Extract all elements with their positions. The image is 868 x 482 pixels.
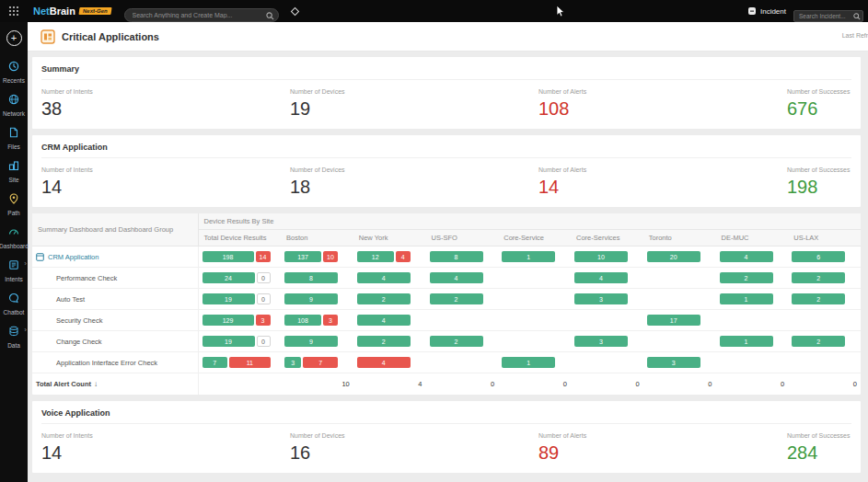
stat-label: Number of Alerts: [538, 432, 787, 439]
search-icon[interactable]: [266, 7, 274, 24]
column-header[interactable]: US-LAX: [788, 230, 861, 247]
column-header[interactable]: Core-Services: [571, 230, 643, 247]
sidebar-item-intents[interactable]: Intents›: [0, 254, 28, 287]
success-count: 8: [430, 251, 483, 262]
sidebar-item-network[interactable]: Network: [0, 88, 28, 121]
result-cell: 2: [788, 268, 861, 289]
stat: Number of Devices19: [290, 88, 538, 120]
stat-value: 38: [41, 98, 290, 120]
total-alert-count-label[interactable]: Total Alert Count↓: [32, 373, 198, 395]
result-cell: [643, 289, 716, 310]
success-count: 1: [720, 336, 773, 347]
stat-value: 676: [787, 98, 851, 120]
zero-alert-count: 0: [257, 293, 271, 304]
sidebar-item-data[interactable]: Data›: [0, 320, 28, 353]
row-name[interactable]: Performance Check: [32, 268, 198, 289]
success-count: 9: [284, 336, 338, 347]
row-name-link[interactable]: CRM Application: [32, 247, 198, 268]
stat-label: Number of Successes: [787, 88, 851, 95]
column-total: 4: [353, 373, 426, 395]
mouse-cursor: [556, 5, 566, 21]
sidebar-item-files[interactable]: Files: [0, 121, 28, 155]
stat: Number of Successes284: [787, 432, 851, 464]
result-cell: 124: [353, 247, 426, 268]
column-header[interactable]: Total Device Results: [198, 230, 281, 247]
result-bar: 9: [284, 336, 338, 347]
result-bar: 9: [284, 293, 338, 304]
sidebar-item-dashboard[interactable]: Dashboard: [0, 221, 28, 254]
result-cell: [498, 310, 571, 331]
files-icon: [8, 125, 19, 142]
column-total: 0: [498, 373, 571, 395]
result-cell: 4: [716, 247, 789, 268]
column-header[interactable]: Core-Service: [498, 230, 571, 247]
result-bar: 4: [720, 251, 773, 262]
next-gen-badge: Next-Gen: [78, 7, 111, 15]
chevron-right-icon: ›: [24, 260, 27, 268]
sidebar-items: RecentsNetworkFilesSitePathDashboardInte…: [0, 55, 28, 353]
voice-application-card: Voice ApplicationNumber of Intents14Numb…: [32, 401, 861, 473]
main-area: Critical Applications Last Refre Summary…: [28, 22, 868, 482]
result-cell: [426, 352, 499, 373]
table-row: Change Check190922312: [32, 331, 861, 352]
sidebar-item-recents[interactable]: Recents: [0, 55, 28, 88]
table-row: CRM Application198141371012481102046: [32, 247, 861, 268]
sidebar-item-path[interactable]: Path: [0, 188, 28, 221]
sidebar-item-chatbot[interactable]: Chatbot: [0, 287, 28, 320]
map-navigate-icon[interactable]: [290, 6, 300, 17]
section-title: Voice Application: [41, 408, 851, 424]
result-cell: 190: [198, 331, 281, 352]
sidebar-item-site[interactable]: Site: [0, 155, 28, 188]
success-count: 2: [792, 293, 845, 304]
alert-count: 4: [357, 357, 411, 368]
result-cell: 1: [498, 352, 571, 373]
row-name[interactable]: Change Check: [32, 331, 198, 352]
success-count: 9: [284, 293, 338, 304]
column-header[interactable]: New York: [353, 230, 426, 247]
result-cell: 6: [788, 247, 861, 268]
alert-count: 14: [256, 251, 271, 262]
sort-descending-icon[interactable]: ↓: [94, 380, 98, 388]
result-bar: 8: [284, 272, 338, 283]
success-count: 3: [284, 357, 301, 368]
result-bar: 2: [357, 293, 411, 304]
sidebar-item-label: Data: [7, 342, 20, 349]
logo-net-text: Net: [33, 6, 50, 17]
stat: Number of Intents14: [41, 432, 290, 464]
success-count: 4: [574, 272, 628, 283]
app-launcher-icon[interactable]: [0, 6, 28, 17]
search-icon[interactable]: [853, 7, 861, 24]
result-cell: 711: [198, 352, 281, 373]
column-header[interactable]: US-SFO: [426, 230, 499, 247]
result-bar: 1293: [203, 315, 271, 326]
row-name[interactable]: Application Interface Error Check: [32, 352, 198, 373]
success-count: 10: [574, 251, 628, 262]
column-total: 0: [716, 373, 789, 395]
result-cell: 17: [643, 310, 716, 331]
column-header[interactable]: Boston: [281, 230, 353, 247]
incident-button[interactable]: Incident: [747, 6, 786, 16]
result-bar: 1083: [284, 315, 338, 326]
site-group-header: Device Results By Site: [198, 213, 861, 230]
result-cell: [498, 268, 571, 289]
column-header[interactable]: Toronto: [643, 230, 716, 247]
stat-row: Number of Intents38Number of Devices19Nu…: [41, 88, 851, 120]
global-search-input[interactable]: [124, 8, 279, 22]
result-cell: 4: [426, 268, 499, 289]
column-total: 0: [426, 373, 499, 395]
row-name[interactable]: Auto Test: [32, 289, 198, 310]
result-bar: 6: [792, 251, 845, 262]
result-bar: 711: [203, 357, 271, 368]
success-count: 3: [574, 293, 628, 304]
column-header[interactable]: DE-MUC: [716, 230, 789, 247]
group-column-header[interactable]: Summary Dashboard and Dashboard Group: [32, 213, 198, 247]
stat-row: Number of Intents14Number of Devices18Nu…: [41, 166, 851, 198]
column-total: [198, 373, 281, 395]
result-cell: 1: [716, 331, 789, 352]
crm-application-card: CRM ApplicationNumber of Intents14Number…: [32, 135, 861, 207]
row-name[interactable]: Security Check: [32, 310, 198, 331]
stat: Number of Alerts14: [538, 166, 787, 198]
result-cell: 20: [643, 247, 716, 268]
add-button[interactable]: +: [6, 30, 22, 46]
sidebar-item-label: Recents: [3, 77, 25, 84]
